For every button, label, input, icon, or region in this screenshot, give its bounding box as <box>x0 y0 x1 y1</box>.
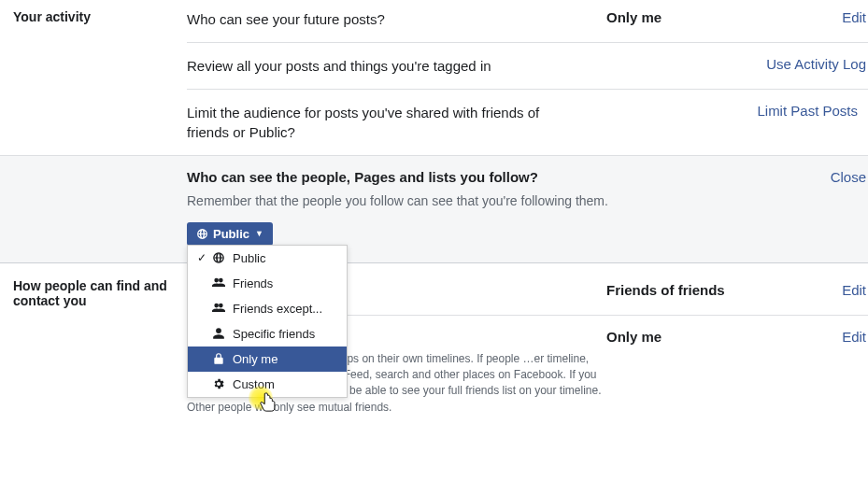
link-limit-past[interactable]: Limit Past Posts <box>729 103 860 119</box>
menu-item-only-me[interactable]: Only me <box>188 346 347 372</box>
friends-icon <box>212 276 225 290</box>
edit-friends-list[interactable]: Edit <box>775 329 868 345</box>
heading-following: Who can see the people, Pages and lists … <box>187 169 868 185</box>
menu-label: Only me <box>233 352 277 366</box>
value-future-posts: Only me <box>606 9 775 25</box>
menu-item-friends[interactable]: Friends <box>188 271 347 296</box>
label-future-posts: Who can see your future posts? <box>187 9 606 29</box>
section-label-contact: How people can find and contact you <box>0 269 187 430</box>
edit-future-posts[interactable]: Edit <box>775 9 868 25</box>
menu-item-specific-friends[interactable]: Specific friends <box>188 321 347 346</box>
section-label-activity: Your activity <box>0 0 187 155</box>
menu-item-friends-except[interactable]: Friends except... <box>188 296 347 321</box>
dropdown-label: Public <box>213 227 249 241</box>
subtext-following: Remember that the people you follow can … <box>187 192 617 211</box>
menu-label: Specific friends <box>233 327 315 341</box>
check-icon: ✓ <box>197 251 208 264</box>
chevron-down-icon: ▼ <box>255 229 263 238</box>
edit-friend-requests[interactable]: Edit <box>775 282 868 298</box>
value-friends-list: Only me <box>606 329 775 345</box>
gear-icon <box>212 377 225 390</box>
expanded-following: Who can see the people, Pages and lists … <box>187 156 868 262</box>
label-limit-past: Limit the audience for posts you've shar… <box>187 103 561 142</box>
menu-item-public[interactable]: ✓ Public <box>188 246 347 271</box>
label-review-tagged: Review all your posts and things you're … <box>187 56 569 76</box>
menu-item-custom[interactable]: Custom <box>188 372 347 397</box>
row-limit-past: Limit the audience for posts you've shar… <box>187 90 868 155</box>
audience-dropdown-button[interactable]: Public ▼ <box>187 222 273 246</box>
globe-icon <box>196 228 208 240</box>
close-following[interactable]: Close <box>831 169 866 185</box>
row-future-posts: Who can see your future posts? Only me E… <box>187 0 868 43</box>
menu-label: Friends except... <box>233 302 322 316</box>
value-friend-requests: Friends of friends <box>606 282 775 298</box>
lock-icon <box>212 352 225 365</box>
globe-icon <box>212 251 225 264</box>
friends-except-icon <box>212 302 225 315</box>
menu-label: Custom <box>233 377 275 391</box>
menu-label: Public <box>233 251 265 265</box>
row-review-tagged: Review all your posts and things you're … <box>187 43 868 90</box>
menu-label: Friends <box>233 276 273 290</box>
link-activity-log[interactable]: Use Activity Log <box>737 56 868 72</box>
person-icon <box>212 327 225 340</box>
audience-menu: ✓ Public Friends Friends except <box>187 245 348 398</box>
